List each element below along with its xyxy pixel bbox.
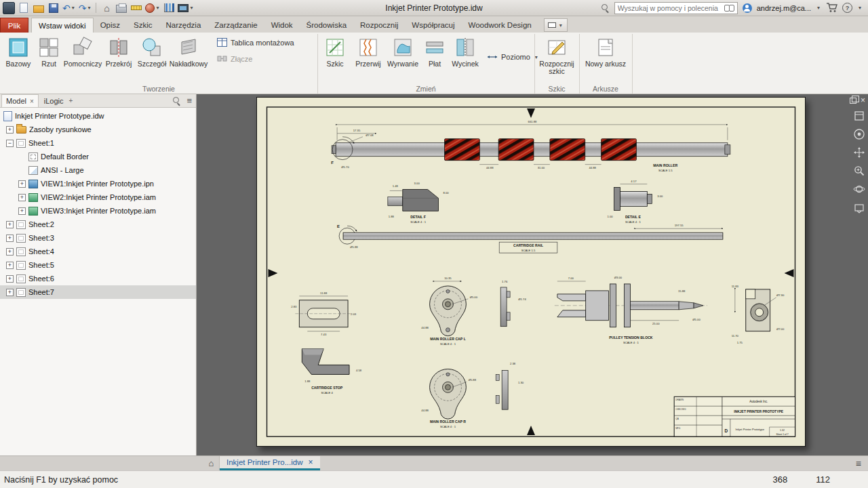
- zoom-icon[interactable]: [852, 164, 866, 178]
- projected-view-button[interactable]: Rzut: [35, 34, 62, 68]
- tree-item-sheet-5[interactable]: + Sheet:5: [0, 258, 196, 272]
- graphics-canvas[interactable]: 661.88 17.35 Ø7.08 F Ø5.70: [197, 94, 868, 455]
- tree-item-document-root[interactable]: Inkjet Printer Prototype.idw: [0, 109, 196, 123]
- app-store-cart-icon[interactable]: [826, 3, 837, 13]
- tree-item-sheet-3[interactable]: + Sheet:3: [0, 231, 196, 245]
- home-tab-button[interactable]: ⌂: [203, 456, 220, 470]
- help-search-box[interactable]: [614, 2, 738, 14]
- horizontal-button[interactable]: Poziomo ▾: [487, 53, 539, 61]
- restore-window-icon[interactable]: [850, 98, 856, 104]
- tab-srodowiska[interactable]: Środowiska: [300, 18, 353, 33]
- undo-dropdown-caret[interactable]: ▾: [71, 5, 76, 11]
- navigation-wheel-icon[interactable]: [852, 127, 866, 141]
- browser-tab-ilogic[interactable]: iLogic: [40, 94, 68, 107]
- tree-item-view2[interactable]: + VIEW2:Inkjet Printer Prototype.iam: [0, 190, 196, 204]
- tree-item-ansi-large[interactable]: ANSI - Large: [0, 163, 196, 177]
- redo-button[interactable]: ↷▾: [79, 1, 92, 15]
- expander-plus[interactable]: +: [6, 262, 14, 269]
- close-window-icon[interactable]: ×: [861, 96, 865, 104]
- tab-list-menu-icon[interactable]: ≡: [856, 456, 868, 470]
- sketch-modify-button[interactable]: Szkic: [320, 34, 350, 68]
- view-detail-f[interactable]: 1.48 3.00 8.00 1.88 DETAIL F SCALE 4 : 1: [388, 182, 449, 224]
- view-cartridge-stop-section[interactable]: 4.58 1.88 CARTRIDGE STOP SCALE 4: [302, 349, 361, 395]
- detail-view-button[interactable]: Szczegół: [136, 34, 168, 68]
- measure-button[interactable]: [130, 1, 142, 15]
- view-cap-r[interactable]: 44.88 Ø5.88 2.38 1.30 MAIN ROLLER CAP R …: [421, 362, 524, 428]
- start-sketch-button[interactable]: Rozpocznij szkic: [537, 34, 576, 75]
- help-dropdown-caret[interactable]: ▾: [857, 5, 863, 11]
- view-cartridge-rail[interactable]: E 197.55 Ø5.88 CARTRIDGE RAIL SCALE 1.5: [337, 224, 723, 253]
- app-menu-button[interactable]: [3, 1, 15, 15]
- file-menu-tab[interactable]: Plik: [0, 18, 28, 33]
- new-file-button[interactable]: [18, 1, 30, 15]
- tab-woodwork-design[interactable]: Woodwork Design: [462, 18, 538, 33]
- tab-wstaw-widoki[interactable]: Wstaw widoki: [31, 18, 94, 33]
- crop-button[interactable]: Wycinek: [449, 34, 481, 68]
- close-model-tab-icon[interactable]: ×: [30, 98, 34, 105]
- binoculars-icon[interactable]: [724, 4, 734, 12]
- connector-button[interactable]: Złącze: [217, 54, 252, 63]
- orbit-icon[interactable]: [852, 182, 866, 196]
- close-document-icon[interactable]: ×: [308, 458, 313, 467]
- expander-plus[interactable]: +: [6, 275, 14, 283]
- add-browser-tab-button[interactable]: +: [69, 97, 73, 104]
- view-pulley-tension-block[interactable]: 7.00 Ø3.00 25.00 15.88 Ø5.00 PULLEY TENS…: [555, 276, 707, 344]
- overlay-view-button[interactable]: Nakładkowy: [170, 34, 208, 68]
- tree-item-view1[interactable]: + VIEW1:Inkjet Printer Prototype.ipn: [0, 177, 196, 190]
- tree-item-sheet-4[interactable]: + Sheet:4: [0, 245, 196, 258]
- break-button[interactable]: Przerwij: [353, 34, 384, 68]
- expander-plus[interactable]: +: [6, 126, 14, 134]
- ribbon-display-options-button[interactable]: ▾: [544, 18, 568, 32]
- expander-plus[interactable]: +: [6, 221, 14, 228]
- tab-opisz[interactable]: Opisz: [94, 18, 127, 33]
- display-settings-button[interactable]: ▾: [178, 1, 194, 15]
- tree-item-default-border[interactable]: Default Border: [0, 150, 196, 163]
- base-view-button[interactable]: Bazowy: [3, 34, 34, 68]
- break-out-button[interactable]: Wyrwanie: [385, 34, 420, 68]
- tab-zarzadzanie[interactable]: Zarządzanie: [208, 18, 264, 33]
- tree-item-drawing-resources[interactable]: + Zasoby rysunkowe: [0, 123, 196, 136]
- expander-plus[interactable]: +: [6, 289, 14, 296]
- expander-plus[interactable]: +: [6, 235, 14, 242]
- open-button[interactable]: [33, 1, 45, 15]
- expander-minus[interactable]: −: [6, 140, 14, 147]
- look-at-icon[interactable]: [852, 201, 866, 214]
- print-button[interactable]: [115, 1, 127, 15]
- drawing-canvas[interactable]: 661.88 17.35 Ø7.08 F Ø5.70: [257, 98, 805, 446]
- view-cartridge-stop-top[interactable]: 11.88 2.03 7.43 2.83: [291, 291, 356, 336]
- appearance-button[interactable]: ▾: [145, 1, 160, 15]
- pan-icon[interactable]: [852, 146, 866, 159]
- save-button[interactable]: [47, 1, 60, 15]
- tab-rozpocznij[interactable]: Rozpocznij: [353, 18, 405, 33]
- parameters-button[interactable]: [163, 1, 175, 15]
- slice-button[interactable]: Płat: [422, 34, 448, 68]
- new-sheet-button[interactable]: Nowy arkusz: [582, 34, 629, 68]
- tree-item-sheet-2[interactable]: + Sheet:2: [0, 218, 196, 231]
- section-view-button[interactable]: Przekrój: [103, 34, 134, 68]
- document-tab-active[interactable]: Inkjet Printer Pro...idw ×: [220, 456, 320, 470]
- drawing-sheet[interactable]: 661.88 17.35 Ø7.08 F Ø5.70: [256, 97, 806, 447]
- display-dropdown-caret[interactable]: ▾: [189, 5, 194, 11]
- view-main-roller[interactable]: 661.88 17.35 Ø7.08 F Ø5.70: [331, 120, 730, 172]
- tab-widok[interactable]: Widok: [264, 18, 300, 33]
- expander-plus[interactable]: +: [18, 194, 26, 201]
- appearance-dropdown-caret[interactable]: ▾: [155, 5, 160, 11]
- nailboard-view-button[interactable]: Tablica montażowa: [217, 38, 294, 47]
- signed-in-user[interactable]: andrzej.m@ca...: [757, 4, 811, 12]
- tree-item-view3[interactable]: + VIEW3:Inkjet Printer Prototype.iam: [0, 204, 196, 218]
- redo-dropdown-caret[interactable]: ▾: [86, 5, 92, 11]
- search-input[interactable]: [618, 4, 722, 12]
- tree-item-sheet-7[interactable]: + Sheet:7: [0, 285, 196, 299]
- expander-plus[interactable]: +: [6, 248, 14, 256]
- view-detail-e[interactable]: 4.17 3.00 1.00 DETAIL E SCALE 4 : 1: [607, 180, 663, 224]
- help-icon[interactable]: ?: [842, 3, 852, 13]
- home-button[interactable]: ⌂: [100, 1, 113, 15]
- tree-item-sheet-1[interactable]: − Sheet:1: [0, 136, 196, 150]
- view-cube-button[interactable]: [852, 109, 866, 123]
- tab-szkic[interactable]: Szkic: [127, 18, 159, 33]
- auxiliary-view-button[interactable]: Pomocniczy: [64, 34, 102, 68]
- view-end-bracket[interactable]: 11.83 Ø7.30 Ø7.00 11.70 1.75: [732, 285, 785, 344]
- browser-search-icon[interactable]: [172, 96, 181, 105]
- expander-plus[interactable]: +: [18, 180, 26, 188]
- browser-tab-model[interactable]: Model ×: [1, 94, 39, 107]
